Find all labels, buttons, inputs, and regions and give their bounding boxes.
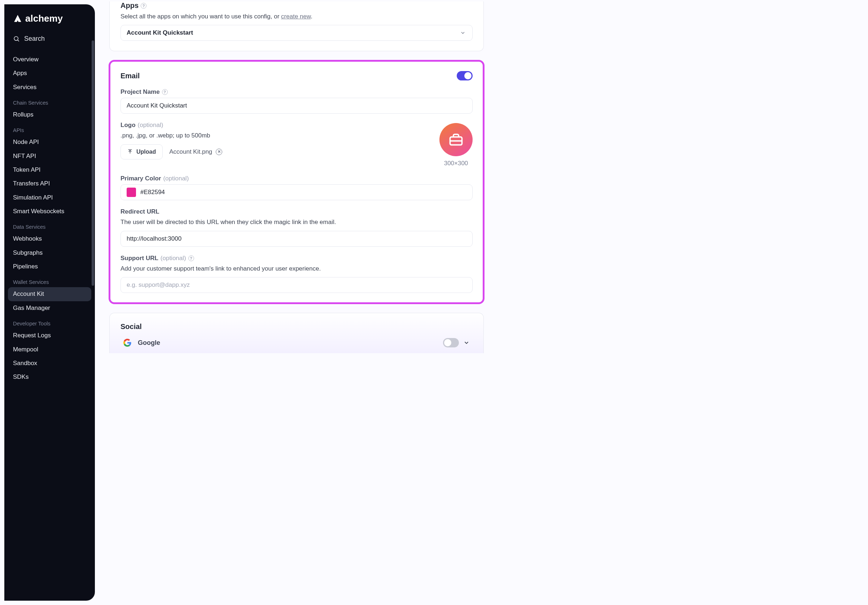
sidebar: alchemy Search Overview Apps Services Ch… <box>4 4 95 601</box>
nav-head-wallet-services: Wallet Services <box>8 277 91 287</box>
optional-label: (optional) <box>163 175 189 182</box>
apps-heading: Apps <box>121 2 138 10</box>
logo-desc: .png, .jpg, or .webp; up to 500mb <box>121 131 425 140</box>
logo-preview: 300×300 <box>439 122 473 167</box>
primary-color-input[interactable] <box>121 185 473 200</box>
apps-card: Apps ? Select all the apps on which you … <box>109 2 484 51</box>
redirect-url-field[interactable] <box>127 235 467 242</box>
apps-selected-value: Account Kit Quickstart <box>127 29 193 36</box>
google-toggle[interactable] <box>443 338 459 347</box>
project-name-field[interactable] <box>127 102 467 109</box>
sidebar-search[interactable]: Search <box>8 32 91 49</box>
uploaded-filename: Account Kit.png ✕ <box>169 148 222 155</box>
svg-line-1 <box>18 40 19 41</box>
briefcase-icon <box>448 132 464 147</box>
nav-item-node-api[interactable]: Node API <box>8 135 91 149</box>
support-url-desc: Add your customer support team's link to… <box>121 264 473 273</box>
help-icon[interactable]: ? <box>162 89 168 95</box>
alchemy-logo-icon <box>13 14 22 23</box>
nav-head-chain-services: Chain Services <box>8 98 91 108</box>
search-icon <box>13 36 20 42</box>
help-icon[interactable]: ? <box>188 255 194 261</box>
nav-item-subgraphs[interactable]: Subgraphs <box>8 246 91 260</box>
nav-item-sdks[interactable]: SDKs <box>8 370 91 384</box>
provider-google-row: Google <box>121 331 473 350</box>
nav-item-token-api[interactable]: Token API <box>8 163 91 177</box>
upload-button[interactable]: Upload <box>121 144 163 160</box>
email-heading: Email <box>121 72 140 80</box>
nav-item-account-kit[interactable]: Account Kit <box>8 287 91 301</box>
email-toggle[interactable] <box>457 71 473 81</box>
apps-description: Select all the apps on which you want to… <box>121 12 473 21</box>
logo-preview-image <box>439 123 473 156</box>
brand-name: alchemy <box>25 13 63 24</box>
nav-item-overview[interactable]: Overview <box>8 53 91 67</box>
support-url-input[interactable] <box>121 277 473 293</box>
search-label: Search <box>24 35 45 43</box>
clear-file-button[interactable]: ✕ <box>216 149 222 155</box>
chevron-down-icon <box>460 30 466 36</box>
logo-dimensions: 300×300 <box>439 160 473 167</box>
brand: alchemy <box>8 13 91 32</box>
upload-label: Upload <box>136 149 156 155</box>
redirect-url-desc: The user will be directed to this URL wh… <box>121 217 473 227</box>
nav-item-simulation-api[interactable]: Simulation API <box>8 191 91 205</box>
optional-label: (optional) <box>161 255 186 262</box>
sidebar-scrollbar[interactable] <box>91 40 94 286</box>
nav-item-sandbox[interactable]: Sandbox <box>8 357 91 370</box>
upload-icon <box>127 149 133 154</box>
help-icon[interactable]: ? <box>141 3 146 9</box>
project-name-input[interactable] <box>121 98 473 114</box>
nav-item-services[interactable]: Services <box>8 81 91 94</box>
provider-google-name: Google <box>138 339 160 347</box>
support-url-label: Support URL <box>121 255 158 262</box>
logo-label: Logo <box>121 122 136 129</box>
optional-label: (optional) <box>138 122 163 129</box>
nav-item-smart-websockets[interactable]: Smart Websockets <box>8 205 91 218</box>
project-name-label: Project Name <box>121 88 160 96</box>
nav-item-mempool[interactable]: Mempool <box>8 343 91 357</box>
social-heading: Social <box>121 323 142 330</box>
primary-color-label: Primary Color <box>121 175 161 182</box>
email-card: Email Project Name ? Logo (optional) .pn… <box>109 60 484 303</box>
nav-item-gas-manager[interactable]: Gas Manager <box>8 301 91 315</box>
google-icon <box>123 339 131 347</box>
nav-item-transfers-api[interactable]: Transfers API <box>8 177 91 191</box>
nav-item-pipelines[interactable]: Pipelines <box>8 260 91 273</box>
nav-item-apps[interactable]: Apps <box>8 67 91 80</box>
create-new-link[interactable]: create new <box>281 13 311 20</box>
redirect-url-input[interactable] <box>121 231 473 247</box>
primary-color-field[interactable] <box>140 189 467 196</box>
nav-head-developer-tools: Developer Tools <box>8 318 91 329</box>
nav-item-webhooks[interactable]: Webhooks <box>8 232 91 246</box>
social-card: Social Google <box>109 313 484 353</box>
nav-head-data-services: Data Services <box>8 222 91 232</box>
color-swatch[interactable] <box>127 188 136 197</box>
redirect-url-label: Redirect URL <box>121 208 160 216</box>
nav-item-request-logs[interactable]: Request Logs <box>8 329 91 342</box>
main-content: Apps ? Select all the apps on which you … <box>95 0 502 605</box>
chevron-down-icon[interactable] <box>463 340 470 346</box>
support-url-field[interactable] <box>127 281 467 289</box>
nav-item-nft-api[interactable]: NFT API <box>8 149 91 163</box>
svg-point-0 <box>14 36 18 40</box>
apps-select[interactable]: Account Kit Quickstart <box>121 25 473 41</box>
nav-head-apis: APIs <box>8 125 91 135</box>
nav-item-rollups[interactable]: Rollups <box>8 108 91 122</box>
